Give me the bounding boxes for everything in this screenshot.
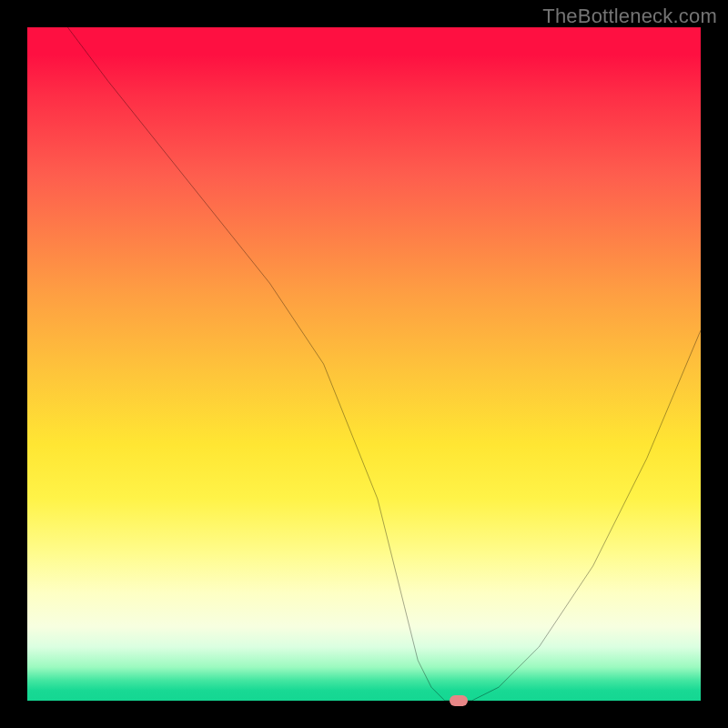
curve-svg xyxy=(27,27,701,701)
chart-frame: TheBottleneck.com xyxy=(0,0,728,728)
bottleneck-curve-path xyxy=(67,27,701,701)
optimal-marker xyxy=(450,695,468,706)
watermark-text: TheBottleneck.com xyxy=(542,5,717,28)
plot-area xyxy=(27,27,701,701)
